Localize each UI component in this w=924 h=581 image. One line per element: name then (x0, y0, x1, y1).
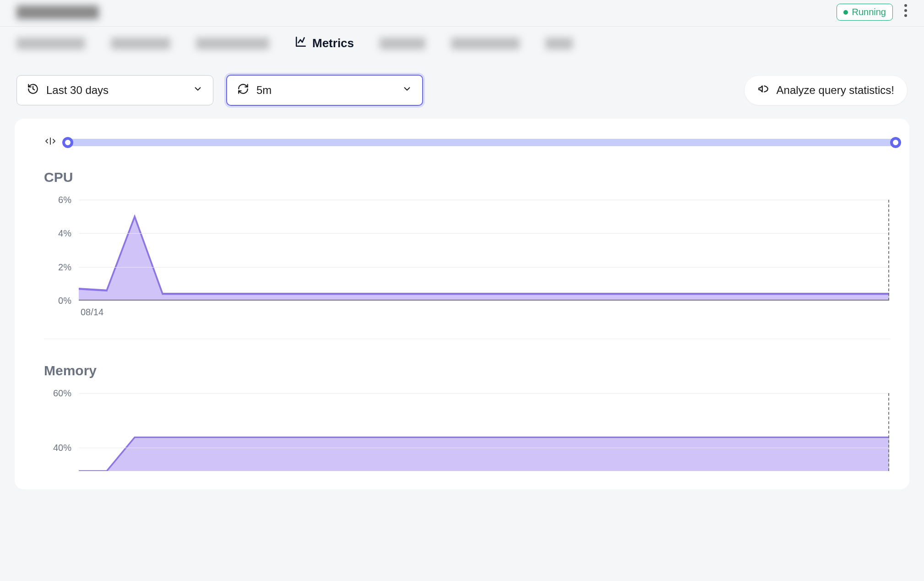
refresh-interval-label: 5m (256, 84, 272, 97)
y-tick: 2% (58, 262, 71, 272)
controls-row: Last 30 days 5m Analyze query statistics… (0, 62, 924, 119)
more-icon[interactable] (904, 4, 908, 21)
range-handle-right[interactable] (890, 137, 901, 148)
y-tick: 6% (58, 195, 71, 205)
range-handle-left[interactable] (62, 137, 73, 148)
memory-chart-section: Memory 60% 40% (15, 347, 909, 471)
memory-area-plot (79, 393, 889, 471)
analyze-query-button[interactable]: Analyze query statistics! (744, 75, 908, 105)
cpu-area-plot (79, 200, 889, 301)
tab-metrics[interactable]: Metrics (295, 36, 354, 51)
refresh-interval-select[interactable]: 5m (226, 75, 423, 106)
metrics-card: CPU 6% 4% 2% 0% 08/14 Memory 60% (15, 119, 909, 489)
status-badge: Running (837, 4, 893, 21)
svg-point-2 (904, 14, 907, 17)
tab-redacted-6[interactable] (545, 38, 573, 49)
cpu-chart: 6% 4% 2% 0% (44, 200, 891, 301)
chart-divider (44, 339, 891, 339)
y-tick: 4% (58, 228, 71, 239)
cpu-y-axis: 6% 4% 2% 0% (44, 200, 74, 301)
refresh-icon (237, 83, 249, 98)
svg-point-0 (904, 4, 907, 7)
status-label: Running (852, 7, 886, 17)
header-title-area (16, 5, 99, 19)
memory-chart: 60% 40% (44, 393, 891, 471)
chevron-down-icon (193, 84, 203, 97)
y-tick: 60% (53, 388, 71, 399)
tab-label: Metrics (312, 36, 354, 50)
range-slider-row (15, 137, 909, 154)
cpu-chart-section: CPU 6% 4% 2% 0% 08/14 (15, 154, 909, 318)
y-tick: 0% (58, 296, 71, 306)
tab-bar: Metrics (0, 27, 924, 62)
time-range-select[interactable]: Last 30 days (16, 75, 213, 105)
cpu-x-label: 08/14 (81, 307, 891, 318)
chevron-down-icon (402, 84, 412, 97)
analyze-label: Analyze query statistics! (777, 84, 894, 97)
megaphone-icon (757, 83, 769, 98)
tab-redacted-3[interactable] (196, 38, 269, 49)
tab-redacted-4[interactable] (380, 38, 425, 49)
chart-line-icon (295, 36, 307, 51)
cpu-chart-title: CPU (44, 170, 891, 185)
y-tick: 40% (53, 443, 71, 453)
horizontal-expand-icon (44, 137, 57, 148)
status-dot-icon (843, 10, 848, 15)
time-range-slider[interactable] (68, 139, 896, 146)
page-header: Running (0, 0, 924, 27)
history-icon (27, 83, 39, 98)
page-title-redacted (16, 5, 99, 19)
time-range-label: Last 30 days (46, 84, 109, 97)
tab-redacted-2[interactable] (111, 38, 170, 49)
memory-y-axis: 60% 40% (44, 393, 74, 471)
tab-redacted-1[interactable] (16, 38, 85, 49)
tab-redacted-5[interactable] (451, 38, 520, 49)
memory-chart-title: Memory (44, 363, 891, 378)
svg-point-1 (904, 9, 907, 12)
